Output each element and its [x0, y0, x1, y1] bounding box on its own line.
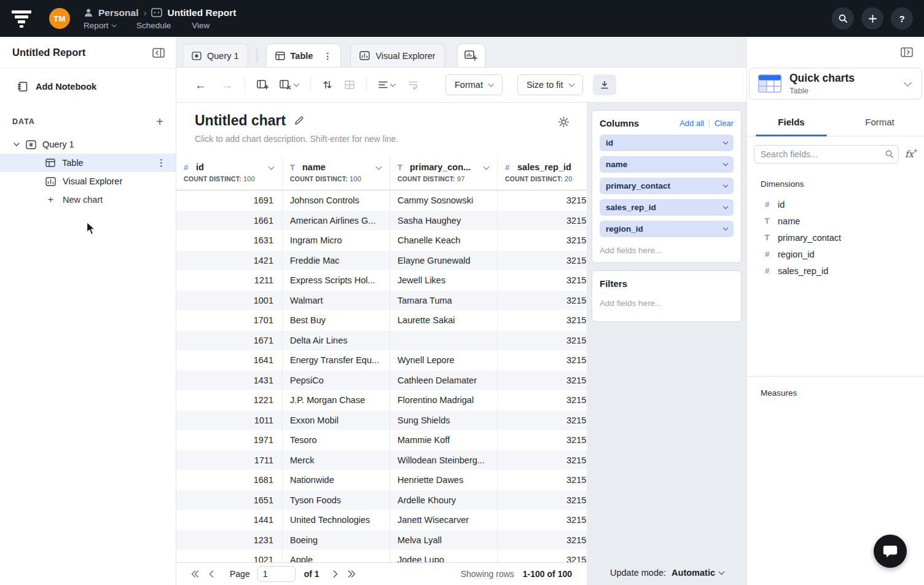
edit-title-button[interactable] — [294, 116, 304, 126]
tab-format[interactable]: Format — [836, 108, 924, 136]
add-button[interactable] — [861, 7, 883, 29]
kebab-menu-icon[interactable]: ⋮ — [157, 157, 166, 168]
forward-button[interactable]: → — [221, 79, 233, 91]
table-row[interactable]: 1711 Merck Willodean Steinberg... 3215 — [176, 450, 587, 471]
sidebar-item-new-chart[interactable]: + New chart — [0, 190, 176, 209]
page-input[interactable] — [257, 566, 296, 582]
sort-icon — [323, 80, 332, 90]
wrap-text-button[interactable] — [409, 80, 418, 90]
table-row[interactable]: 1431 PepsiCo Cathleen Delamater 3215 — [176, 371, 587, 391]
chevron-down-icon[interactable] — [14, 143, 20, 146]
search-fields-input[interactable] — [754, 145, 899, 163]
tab-table[interactable]: Table ⋮ — [266, 44, 342, 67]
table-row[interactable]: 1421 Freddie Mac Elayne Grunewald 3215 — [176, 251, 587, 271]
filters-placeholder[interactable]: Add fields here... — [600, 299, 734, 314]
first-page-button[interactable] — [191, 570, 199, 578]
clear-link[interactable]: Clear — [715, 119, 734, 128]
search-button[interactable] — [832, 7, 854, 29]
table-row[interactable]: 1691 Johnson Controls Cammy Sosnowski 32… — [176, 190, 587, 211]
quick-charts-dropdown[interactable]: Quick charts Table — [749, 68, 922, 100]
back-button[interactable]: ← — [195, 79, 206, 91]
add-all-link[interactable]: Add all — [679, 119, 704, 128]
table-row[interactable]: 1971 Tesoro Mammie Koff 3215 — [176, 430, 587, 450]
collapse-left-panel-button[interactable] — [152, 48, 165, 58]
breadcrumb-report-title[interactable]: Untitled Report — [167, 7, 236, 18]
prev-page-button[interactable] — [209, 570, 214, 578]
field-type-icon: # — [763, 266, 771, 275]
add-field-button[interactable] — [257, 80, 268, 90]
chart-title[interactable]: Untitled chart — [195, 112, 286, 129]
align-button[interactable] — [378, 81, 395, 88]
chart-description-placeholder[interactable]: Click to add chart description. Shift-en… — [195, 134, 572, 144]
format-button[interactable]: Format — [445, 74, 503, 95]
chevron-down-icon[interactable] — [723, 139, 728, 144]
table-row[interactable]: 1681 Nationwide Henriette Dawes 3215 — [176, 470, 587, 490]
column-header-id[interactable]: #id COUNT DISTINCT:100 — [176, 157, 283, 190]
dimension-item[interactable]: # region_id — [747, 246, 924, 262]
column-pill[interactable]: name — [600, 156, 734, 173]
last-page-button[interactable] — [348, 570, 356, 578]
pivot-button[interactable] — [345, 80, 354, 89]
avatar[interactable]: TM — [49, 8, 70, 29]
remove-field-button[interactable] — [280, 80, 299, 90]
column-pill[interactable]: sales_rep_id — [600, 199, 734, 216]
next-page-button[interactable] — [333, 570, 338, 578]
table-row[interactable]: 1671 Delta Air Lines 3215 — [176, 331, 587, 351]
table-row[interactable]: 1631 Ingram Micro Chanelle Keach 3215 — [176, 230, 587, 251]
chevron-down-icon[interactable] — [723, 204, 728, 209]
dimension-item[interactable]: T name — [747, 213, 924, 229]
dimension-item[interactable]: T primary_contact — [747, 229, 924, 246]
add-notebook-button[interactable]: Add Notebook — [0, 69, 176, 92]
column-pill[interactable]: region_id — [600, 221, 734, 237]
menu-report[interactable]: Report — [84, 21, 116, 30]
table-row[interactable]: 1021 Apple Jodee Lupo 3215 — [176, 550, 587, 562]
tab-visual-explorer[interactable]: Visual Explorer — [350, 44, 444, 67]
table-row[interactable]: 1651 Tyson Foods Ardelle Khoury 3215 — [176, 490, 587, 511]
chevron-down-icon[interactable] — [723, 183, 728, 187]
tab-kebab-icon[interactable]: ⋮ — [323, 51, 332, 61]
tab-fields[interactable]: Fields — [747, 108, 836, 136]
sidebar-item-visual-explorer[interactable]: Visual Explorer — [0, 172, 176, 190]
sidebar-item-table[interactable]: Table ⋮ — [0, 154, 176, 172]
add-data-button[interactable]: + — [156, 117, 163, 127]
breadcrumb-separator: › — [143, 7, 146, 18]
expand-right-panel-button[interactable] — [901, 47, 913, 57]
tree-item-query-1[interactable]: Query 1 — [0, 135, 176, 154]
column-header-sales-rep-id[interactable]: #sales_rep_id COUNT DISTINCT:20 — [498, 157, 587, 190]
tab-query-1[interactable]: Query 1 — [182, 44, 248, 67]
table-row[interactable]: 1001 Walmart Tamara Tuma 3215 — [176, 291, 587, 311]
field-type-icon: # — [763, 200, 771, 209]
sort-button[interactable] — [323, 80, 332, 90]
menu-schedule[interactable]: Schedule — [136, 21, 171, 30]
cell-id: 1711 — [176, 450, 283, 471]
dimension-item[interactable]: # sales_rep_id — [747, 262, 924, 279]
menu-view[interactable]: View — [192, 21, 209, 30]
table-row[interactable]: 1011 Exxon Mobil Sung Shields 3215 — [176, 410, 587, 431]
help-button[interactable]: ? — [891, 7, 913, 29]
dimension-item[interactable]: # id — [747, 196, 924, 213]
chart-settings-button[interactable] — [558, 116, 570, 128]
chat-fab[interactable] — [874, 535, 907, 568]
new-chart-tab-button[interactable] — [457, 44, 485, 67]
columns-placeholder[interactable]: Add fields here... — [600, 246, 734, 255]
table-row[interactable]: 1231 Boeing Melva Lyall 3215 — [176, 530, 587, 551]
column-pill[interactable]: primary_contact — [600, 178, 734, 194]
table-row[interactable]: 1661 American Airlines G... Sasha Haughe… — [176, 211, 587, 231]
trevor-logo[interactable] — [10, 7, 33, 30]
table-row[interactable]: 1441 United Technologies Janett Wisecarv… — [176, 510, 587, 530]
table-row[interactable]: 1641 Energy Transfer Equ... Wynell Lepor… — [176, 350, 587, 371]
chevron-down-icon[interactable] — [723, 161, 728, 166]
column-header-primary-contact[interactable]: Tprimary_con... COUNT DISTINCT:97 — [390, 157, 498, 190]
table-row[interactable]: 1211 Express Scripts Hol... Jewell Likes… — [176, 270, 587, 291]
table-row[interactable]: 1221 J.P. Morgan Chase Florentino Madrig… — [176, 390, 587, 410]
breadcrumb-workspace[interactable]: Personal — [98, 7, 138, 18]
size-to-fit-button[interactable]: Size to fit — [517, 74, 583, 95]
table-row[interactable]: 1701 Best Buy Laurette Sakai 3215 — [176, 310, 587, 331]
download-button[interactable] — [593, 74, 616, 95]
add-formula-button[interactable]: fx+ — [905, 149, 918, 160]
cell-id: 1671 — [176, 331, 283, 351]
update-mode-dropdown[interactable]: Automatic — [671, 568, 724, 578]
column-header-name[interactable]: Tname COUNT DISTINCT:100 — [283, 157, 390, 190]
column-pill[interactable]: id — [600, 135, 734, 151]
chevron-down-icon[interactable] — [723, 226, 728, 230]
